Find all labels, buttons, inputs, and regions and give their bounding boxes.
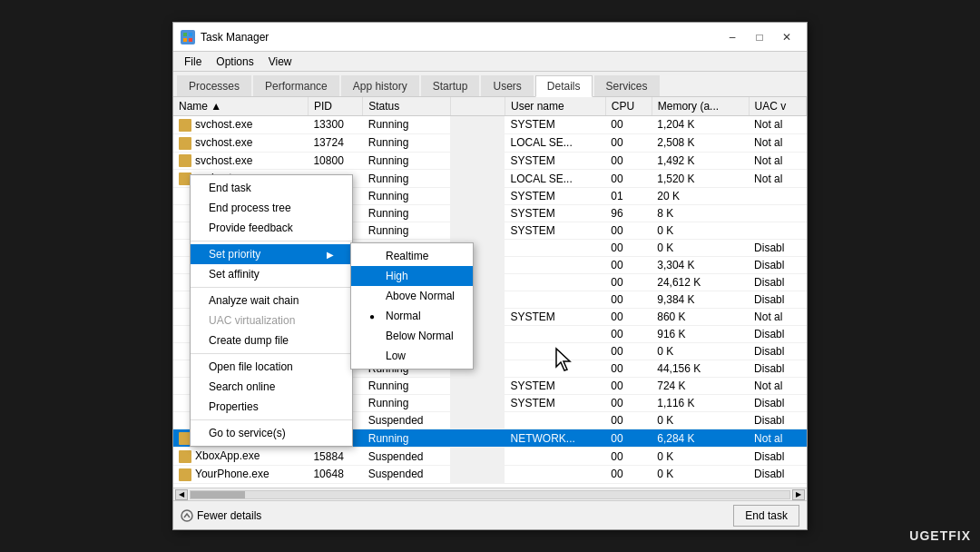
tab-services[interactable]: Services (594, 75, 660, 96)
cell-data: 6,284 K (652, 429, 749, 448)
tab-app-history[interactable]: App history (341, 75, 419, 96)
ctx-analyze-wait[interactable]: Analyze wait chain (191, 291, 352, 310)
cell-data: 00 (605, 448, 652, 466)
priority-submenu: Realtime High Above Normal ●Normal Below… (350, 242, 474, 370)
close-button[interactable]: ✕ (774, 28, 799, 46)
window-title: Task Manager (201, 31, 269, 44)
cell-data: Not al (749, 116, 806, 134)
table-row[interactable]: svchost.exe13724RunningLOCAL SE...002,50… (173, 133, 807, 152)
cell-data: Disabl (749, 360, 806, 378)
col-pid[interactable]: PID (308, 97, 362, 116)
col-memory[interactable]: Memory (a... (652, 97, 749, 116)
menu-options[interactable]: Options (209, 54, 260, 70)
col-empty (450, 97, 505, 116)
cell-data: Disabl (749, 240, 806, 257)
cell-data (749, 188, 806, 205)
cell-data: 0 K (652, 412, 749, 429)
cell-data: Running (363, 133, 451, 152)
main-content: Name ▲ PID Status User name CPU Memory (… (173, 97, 807, 488)
sub-high[interactable]: High (351, 266, 473, 286)
cell-data: Suspended (363, 412, 451, 429)
watermark: UGETFIX (909, 528, 971, 543)
cell-data: 00 (605, 378, 652, 395)
sub-normal[interactable]: ●Normal (351, 306, 473, 326)
tab-startup[interactable]: Startup (421, 75, 480, 96)
col-uac[interactable]: UAC v (749, 97, 806, 116)
sub-below-normal[interactable]: Below Normal (351, 326, 473, 346)
cell-data: Running (363, 170, 451, 188)
table-row[interactable]: YourPhone.exe10648Suspended000 KDisabl (173, 465, 807, 483)
ctx-sep-4 (191, 419, 352, 420)
cell-data: Running (363, 188, 451, 205)
tab-processes[interactable]: Processes (177, 75, 251, 96)
menu-view[interactable]: View (261, 54, 299, 70)
cell-data: Disabl (749, 448, 806, 466)
cell-data (505, 291, 605, 309)
ctx-end-task[interactable]: End task (191, 178, 352, 198)
cell-data (450, 170, 505, 188)
scroll-track[interactable] (190, 490, 790, 499)
cell-data: 2,508 K (652, 133, 749, 152)
col-cpu[interactable]: CPU (605, 97, 652, 116)
cell-data: 860 K (652, 309, 749, 326)
sub-realtime[interactable]: Realtime (351, 246, 473, 266)
tab-details[interactable]: Details (535, 75, 593, 97)
menu-file[interactable]: File (177, 54, 209, 70)
cell-data (505, 412, 605, 429)
cell-data: 20 K (652, 188, 749, 205)
cell-data: Not al (749, 429, 806, 448)
cell-data: 24,612 K (652, 274, 749, 291)
ctx-open-file[interactable]: Open file location (191, 357, 352, 377)
ctx-set-priority[interactable]: Set priority ▶ (191, 244, 352, 264)
ctx-search-online[interactable]: Search online (191, 377, 352, 397)
tab-users[interactable]: Users (481, 75, 533, 96)
sub-above-normal[interactable]: Above Normal (351, 286, 473, 306)
ctx-go-to-service[interactable]: Go to service(s) (191, 423, 352, 443)
fewer-details-btn[interactable]: Fewer details (181, 509, 261, 522)
horizontal-scrollbar[interactable]: ◀ ▶ (173, 488, 807, 500)
cell-name: svchost.exe (173, 152, 308, 170)
table-row[interactable]: XboxApp.exe15884Suspended000 KDisabl (173, 448, 807, 466)
tab-performance[interactable]: Performance (253, 75, 339, 96)
col-user[interactable]: User name (505, 97, 605, 116)
cell-data: 8 K (652, 205, 749, 222)
col-name[interactable]: Name ▲ (173, 97, 308, 116)
cell-data: 0 K (652, 222, 749, 240)
cell-data: LOCAL SE... (505, 133, 605, 152)
scroll-left-btn[interactable]: ◀ (175, 489, 188, 500)
cell-data: 0 K (652, 465, 749, 483)
table-row[interactable]: svchost.exe13300RunningSYSTEM001,204 KNo… (173, 116, 807, 134)
col-status[interactable]: Status (363, 97, 451, 116)
sub-low[interactable]: Low (351, 346, 473, 366)
cell-data: 1,204 K (652, 116, 749, 134)
footer: Fewer details End task (173, 500, 807, 529)
ctx-end-process-tree[interactable]: End process tree (191, 198, 352, 218)
scroll-right-btn[interactable]: ▶ (792, 489, 805, 500)
cell-data: Running (363, 429, 451, 448)
svg-rect-1 (189, 33, 192, 36)
cell-data: 13300 (308, 116, 362, 134)
ctx-properties[interactable]: Properties (191, 397, 352, 417)
cell-data: SYSTEM (505, 378, 605, 395)
ctx-create-dump[interactable]: Create dump file (191, 330, 352, 350)
title-bar-left: Task Manager (181, 30, 269, 44)
cell-data: 00 (605, 326, 652, 343)
cell-data: Running (363, 378, 451, 395)
cell-data (450, 188, 505, 205)
cell-data: Running (363, 395, 451, 412)
maximize-button[interactable]: □ (747, 28, 772, 46)
cell-data: Disabl (749, 274, 806, 291)
ctx-set-affinity[interactable]: Set affinity (191, 264, 352, 284)
end-task-button[interactable]: End task (733, 505, 799, 527)
svg-rect-3 (189, 38, 192, 42)
cell-data: 1,492 K (652, 152, 749, 170)
cell-data (450, 412, 505, 429)
cell-data: Not al (749, 309, 806, 326)
minimize-button[interactable]: – (720, 28, 745, 46)
cell-data: 0 K (652, 343, 749, 360)
cell-data: 10648 (308, 465, 362, 483)
scroll-thumb[interactable] (191, 491, 245, 498)
cell-data: Suspended (363, 448, 451, 466)
table-row[interactable]: svchost.exe10800RunningSYSTEM001,492 KNo… (173, 152, 807, 170)
ctx-provide-feedback[interactable]: Provide feedback (191, 218, 352, 238)
